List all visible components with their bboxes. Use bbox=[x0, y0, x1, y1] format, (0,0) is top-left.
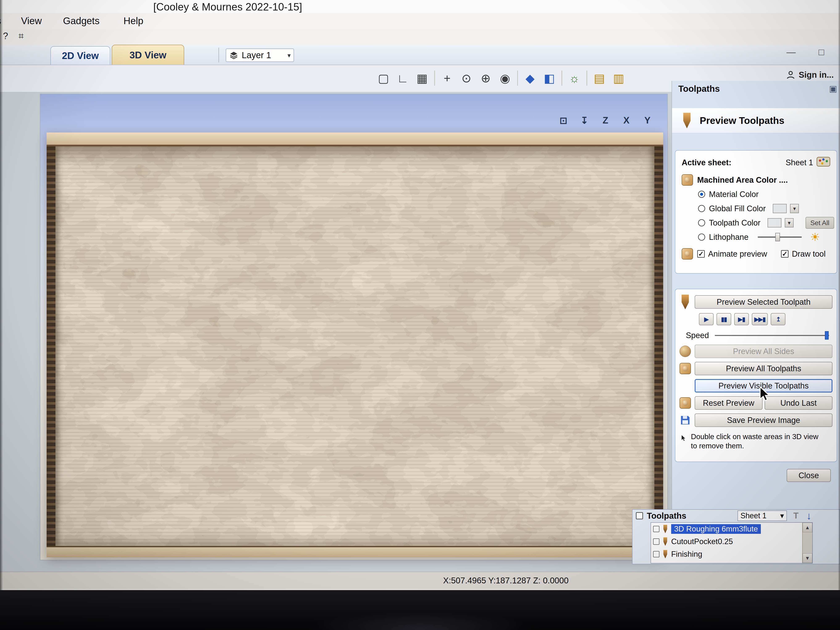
panel-options-icon[interactable]: ▣ bbox=[829, 84, 837, 93]
preview-selected-toolpath-button[interactable]: Preview Selected Toolpath bbox=[695, 295, 832, 309]
maximize-button[interactable]: □ bbox=[819, 47, 824, 57]
zoom-window-icon[interactable]: ⊙ bbox=[457, 68, 476, 88]
lithophane-slider[interactable] bbox=[758, 237, 802, 238]
pause-button[interactable]: ▮▮ bbox=[717, 313, 731, 325]
menu-item-help[interactable]: Help bbox=[123, 15, 144, 27]
x-axis-view-icon[interactable]: X bbox=[619, 113, 633, 128]
scroll-up-icon[interactable]: ▲ bbox=[803, 523, 812, 532]
3d-view[interactable]: ⊡ ↧ Z X Y bbox=[40, 94, 668, 560]
all-toolpaths-icon bbox=[680, 363, 691, 374]
tab-3d-view[interactable]: 3D View bbox=[112, 45, 184, 65]
lighting-icon[interactable]: ☼ bbox=[565, 68, 584, 88]
help-icon[interactable]: ? bbox=[3, 31, 8, 41]
divider bbox=[434, 71, 435, 86]
sign-in-button[interactable]: Sign in... bbox=[786, 70, 834, 80]
reset-preview-button[interactable]: Reset Preview bbox=[695, 396, 763, 410]
snap-settings-icon[interactable]: ∟ bbox=[393, 68, 412, 88]
zoom-in-icon[interactable]: ⊕ bbox=[476, 68, 496, 88]
rotate-view-icon[interactable]: ◆ bbox=[520, 68, 540, 88]
sheet-layers-icon[interactable]: ▤ bbox=[590, 68, 609, 88]
tab-2d-view[interactable]: 2D View bbox=[51, 46, 110, 65]
animate-preview-checkbox[interactable] bbox=[697, 250, 705, 258]
toolpath-list-item[interactable]: Finishing bbox=[651, 548, 812, 561]
view-orientation-controls: ⊡ ↧ Z X Y bbox=[556, 113, 654, 128]
shading-mode-icon[interactable]: ◧ bbox=[540, 68, 559, 88]
global-fill-color-label: Global Fill Color bbox=[709, 204, 766, 213]
divider bbox=[517, 71, 518, 86]
fast-forward-button[interactable]: ▶▶▮ bbox=[752, 313, 768, 325]
move-down-icon[interactable]: ↓ bbox=[807, 510, 812, 522]
mouse-cursor bbox=[756, 385, 772, 402]
title-bar: [Cooley & Mournes 2022-10-15] bbox=[0, 0, 840, 13]
animate-preview-label: Animate preview bbox=[708, 249, 767, 259]
toolpath-item-label[interactable]: Finishing bbox=[671, 550, 702, 559]
set-all-button[interactable]: Set All bbox=[805, 217, 834, 229]
y-axis-view-icon[interactable]: Y bbox=[641, 113, 654, 128]
lithophane-slider-handle[interactable] bbox=[775, 233, 780, 241]
material-color-radio[interactable] bbox=[698, 191, 705, 198]
toolpath-list-item[interactable]: 3D Roughing 6mm3flute bbox=[651, 523, 812, 535]
global-fill-color-radio[interactable] bbox=[698, 205, 705, 212]
view-settings-icon[interactable]: ▥ bbox=[609, 68, 628, 88]
machined-material-preview[interactable] bbox=[47, 133, 663, 557]
sphere-icon bbox=[680, 346, 691, 357]
toolpath-template-icon[interactable]: T bbox=[793, 511, 799, 520]
iso-view-icon[interactable]: ⊡ bbox=[556, 113, 570, 128]
global-fill-color-swatch[interactable] bbox=[773, 204, 787, 213]
toolpath-checkbox[interactable] bbox=[653, 526, 659, 532]
play-button[interactable]: ▶ bbox=[699, 313, 714, 325]
save-preview-image-button[interactable]: Save Preview Image bbox=[695, 414, 832, 427]
speed-slider[interactable] bbox=[715, 335, 829, 336]
global-fill-color-caret[interactable]: ▾ bbox=[790, 204, 799, 213]
fit-to-window-icon[interactable]: ▢ bbox=[374, 68, 393, 88]
close-button[interactable]: Close bbox=[787, 469, 831, 482]
z-axis-view-icon[interactable]: Z bbox=[598, 113, 613, 128]
carved-relief-surface[interactable] bbox=[47, 146, 663, 546]
view-tab-row: 2D View 3D View Layer 1 ▾ — □ bbox=[0, 45, 840, 65]
grid-toggle-icon[interactable]: ▦ bbox=[412, 68, 432, 88]
single-step-button[interactable]: ▶▮ bbox=[734, 313, 749, 325]
sub-toolbar: ? ⌗ bbox=[0, 29, 840, 45]
active-sheet-value[interactable]: Sheet 1 bbox=[786, 158, 813, 167]
toolpath-list-item[interactable]: CutoutPocket0.25 bbox=[651, 535, 812, 548]
toolpath-checkbox[interactable] bbox=[653, 538, 659, 545]
toolpath-item-label[interactable]: 3D Roughing 6mm3flute bbox=[671, 524, 761, 534]
preview-actions-group: Preview Selected Toolpath ▶ ▮▮ ▶▮ ▶▶▮ ↥ … bbox=[675, 289, 837, 462]
cursor-hint-icon bbox=[680, 433, 687, 443]
minimize-button[interactable]: — bbox=[786, 47, 796, 57]
user-icon bbox=[786, 70, 796, 80]
toolpath-color-caret[interactable]: ▾ bbox=[785, 218, 794, 227]
scroll-down-icon[interactable]: ▼ bbox=[803, 553, 812, 563]
toolpaths-master-checkbox[interactable] bbox=[636, 512, 643, 519]
machined-area-color-label: Machined Area Color .... bbox=[697, 175, 788, 185]
zoom-selected-icon[interactable]: ◉ bbox=[496, 68, 515, 88]
pan-view-icon[interactable]: + bbox=[437, 68, 457, 88]
drill-bit-icon bbox=[681, 113, 693, 128]
run-to-end-button[interactable]: ↥ bbox=[771, 313, 785, 325]
toolpath-item-label[interactable]: CutoutPocket0.25 bbox=[671, 537, 733, 546]
look-down-icon[interactable]: ↧ bbox=[578, 113, 591, 128]
preview-toolpaths-title: Preview Toolpaths bbox=[700, 115, 784, 126]
speed-slider-handle[interactable] bbox=[825, 331, 829, 339]
layer-selector[interactable]: Layer 1 ▾ bbox=[226, 49, 294, 62]
lithophane-radio[interactable] bbox=[698, 234, 705, 241]
toolpath-color-radio[interactable] bbox=[698, 219, 705, 226]
chevron-down-icon: ▾ bbox=[287, 52, 291, 59]
palette-icon[interactable] bbox=[816, 156, 831, 169]
draw-tool-checkbox[interactable] bbox=[781, 250, 789, 258]
toolpath-icon bbox=[662, 550, 668, 558]
preview-all-sides-button[interactable]: Preview All Sides bbox=[695, 344, 832, 358]
layers-icon bbox=[229, 51, 238, 60]
sheet-dropdown[interactable]: Sheet 1 ▾ bbox=[737, 510, 787, 521]
menu-item-partial[interactable]: s bbox=[0, 15, 1, 27]
toolpath-color-swatch[interactable] bbox=[767, 218, 782, 227]
preview-all-toolpaths-button[interactable]: Preview All Toolpaths bbox=[695, 362, 832, 375]
list-scrollbar[interactable]: ▲ ▼ bbox=[802, 523, 812, 563]
reset-preview-icon bbox=[680, 397, 691, 409]
pin-icon[interactable]: ⌗ bbox=[19, 31, 24, 41]
menu-item-gadgets[interactable]: Gadgets bbox=[63, 15, 99, 27]
toolpath-checkbox[interactable] bbox=[653, 551, 659, 557]
menu-item-view[interactable]: View bbox=[21, 15, 42, 27]
undo-last-button[interactable]: Undo Last bbox=[764, 396, 832, 410]
window-title: [Cooley & Mournes 2022-10-15] bbox=[153, 1, 302, 13]
